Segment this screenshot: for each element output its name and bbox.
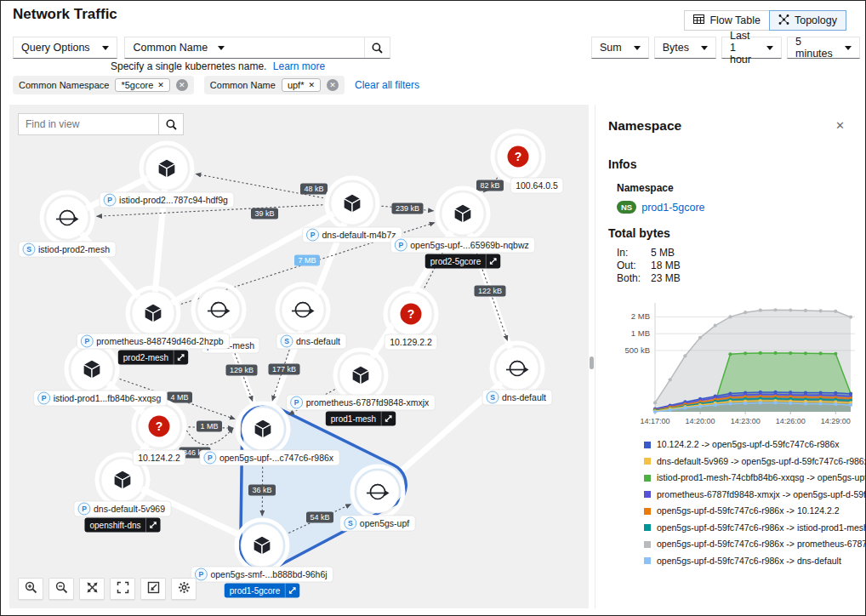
node-label[interactable]: istiod-prod2-meshS (19, 242, 116, 257)
graph-toolbar (18, 578, 197, 600)
x-tick-label: 14:29:00 (821, 417, 851, 425)
legend-color-swatch (644, 557, 651, 564)
node-label[interactable]: open5gs-upf-...65969b-nqbwzP (390, 237, 535, 253)
node-label[interactable]: open5gs-smf-...b888bd-96h6jP (191, 567, 333, 582)
topology-node-100-64-0-5[interactable]: ? (493, 131, 544, 182)
node-label[interactable]: prometheus-848749d46d-2hzpbP (77, 334, 229, 349)
topology-node-prometheus-6787fd9848-xmxjx[interactable] (335, 350, 386, 401)
node-label[interactable]: istiod-prod1...fb84b6-xxqsgP (34, 391, 168, 406)
node-label[interactable]: dns-defaultS (482, 390, 552, 405)
legend-item: open5gs-upf-d-59fc747c6-r986x -> istiod-… (644, 520, 865, 537)
svg-text:dns-default: dns-default (502, 392, 546, 402)
node-label[interactable]: 10.129.2.2 (385, 334, 437, 350)
legend-series-name: open5gs-upf-d-59fc747c6-r986x -> prometh… (657, 536, 865, 553)
namespace-resource-row: NS prod1-5gcore (617, 201, 865, 214)
clear-all-filters-link[interactable]: Clear all filters (355, 79, 419, 91)
remove-filter-group-button[interactable]: ✕ (327, 79, 339, 91)
topology-edge[interactable]: 82 kB (476, 175, 504, 192)
topology-edge[interactable]: 1 MB (185, 421, 233, 432)
settings-button[interactable] (171, 578, 197, 600)
svg-text:P: P (311, 231, 316, 239)
metric-type-dropdown[interactable]: Bytes (654, 37, 716, 59)
namespace-tag[interactable]: prod1-5gcore (225, 584, 299, 598)
filter-search-button[interactable] (364, 37, 390, 58)
filter-chip: upf*✕ (282, 78, 321, 92)
topology-node-dns-default[interactable] (492, 343, 543, 394)
legend-series-name: open5gs-upf-d-59fc747c6-r986x -> dns-def… (657, 553, 841, 570)
learn-more-link[interactable]: Learn more (273, 60, 325, 72)
topology-node-open5gs-upf-c747c6-r986x[interactable] (237, 403, 288, 454)
topology-node-open5gs-upf[interactable] (352, 466, 403, 517)
svg-text:P: P (398, 241, 403, 249)
query-options-label: Query Options (21, 42, 90, 54)
legend-series-name: 10.124.2.2 -> open5gs-upf-d-59fc747c6-r9… (657, 436, 840, 453)
node-label[interactable]: istiod-prod2...787c94-hdf9gP (100, 192, 234, 208)
table-icon (693, 14, 704, 26)
remove-chip-icon[interactable]: ✕ (308, 81, 315, 89)
query-options-dropdown[interactable]: Query Options (13, 37, 117, 59)
legend-item: open5gs-upf-d-59fc747c6-r986x -> 10.124.… (644, 503, 865, 520)
node-label[interactable]: dns-default-5v969P (74, 501, 171, 516)
topology-edge[interactable]: 239 kB (378, 203, 433, 214)
namespace-tag[interactable]: openshift-dns (84, 518, 160, 533)
namespace-tag[interactable]: prod2-5gcore (425, 254, 500, 269)
metric-function-dropdown[interactable]: Sum (591, 37, 649, 59)
node-label[interactable]: prometheus-6787fd9848-xmxjxP (287, 395, 436, 410)
topology-node-open5gs-upf-65969b-nqbwz[interactable] (437, 188, 488, 239)
svg-text:prod1-mesh: prod1-mesh (331, 414, 376, 424)
zoom-out-button[interactable] (48, 578, 74, 600)
node-label[interactable]: 100.64.0.5 (510, 178, 563, 193)
chevron-down-icon (634, 46, 641, 50)
series-8-point (849, 403, 852, 407)
node-label[interactable]: 10.124.2.2 (133, 450, 185, 465)
remove-filter-group-button[interactable]: ✕ (176, 79, 188, 91)
pod-icon (114, 471, 131, 489)
series-8-point (789, 402, 792, 405)
svg-text:100.64.0.5: 100.64.0.5 (516, 180, 558, 191)
topology-node-prod1-mesh[interactable] (193, 284, 244, 335)
series-7-point (669, 378, 672, 381)
time-range-dropdown[interactable]: Last 1 hour (721, 37, 782, 59)
refresh-interval-dropdown[interactable]: 5 minutes (787, 37, 860, 59)
expand-button[interactable] (79, 578, 105, 600)
svg-text:?: ? (156, 419, 163, 433)
find-in-view-input[interactable] (18, 113, 158, 135)
edge-traffic-label: 177 kB (268, 364, 299, 375)
topology-node-istiod-prod1-fb84b6-xxqsg[interactable] (66, 344, 117, 395)
topology-button[interactable]: Topology (769, 10, 846, 31)
fit-to-screen-button[interactable] (110, 578, 135, 600)
filter-value-input[interactable] (233, 37, 364, 58)
topology-node-open5gs-smf-b888bd-96h6j[interactable] (236, 520, 288, 571)
filter-field-dropdown[interactable]: Common Name (125, 37, 234, 58)
topology-node-10-129-2-2[interactable]: ? (385, 288, 436, 339)
node-label[interactable]: open5gs-upfS (340, 516, 415, 531)
pod-icon (352, 366, 369, 385)
zoom-in-button[interactable] (18, 578, 43, 600)
remove-chip-icon[interactable]: ✕ (157, 81, 164, 89)
svg-text:P: P (294, 398, 299, 407)
flow-table-button[interactable]: Flow Table (684, 10, 770, 31)
svg-text:istiod-prod2...787c94-hdf9g: istiod-prod2...787c94-hdf9g (119, 195, 228, 205)
node-label[interactable]: open5gs-upf-...c747c6-r986xP (200, 450, 339, 465)
topology-node-istiod-prod2-mesh[interactable] (42, 192, 93, 243)
unknown-node-icon: ? (149, 416, 170, 437)
topology-node-prometheus-848749d46d-2hzpb[interactable] (128, 288, 179, 339)
svg-text:S: S (348, 519, 353, 528)
topology-node-dns-default-m4b7z[interactable] (327, 178, 378, 229)
topology-node-istiod-prod2-787c94-hdf9g[interactable] (141, 143, 192, 194)
node-label[interactable]: dns-default-m4b7zP (303, 227, 402, 242)
network-traffic-page: Network Traffic Flow Table Topology Quer… (0, 0, 866, 616)
resize-button[interactable] (140, 578, 166, 600)
close-panel-button[interactable]: ✕ (830, 118, 850, 133)
namespace-tag[interactable]: prod2-mesh (118, 351, 188, 365)
series-7-point (789, 308, 792, 311)
topology-node-10-124-2-2[interactable]: ? (134, 401, 185, 452)
namespace-tag[interactable]: prod1-mesh (326, 412, 396, 426)
filter-chip-group: Common Namespace*5gcore✕✕ (13, 76, 194, 94)
topology-node-dns-default[interactable] (277, 284, 328, 335)
node-label[interactable]: dns-defaultS (276, 334, 346, 349)
find-search-button[interactable] (158, 113, 184, 135)
scrollbar-thumb[interactable] (590, 356, 594, 369)
unknown-node-icon: ? (401, 304, 422, 325)
namespace-link[interactable]: prod1-5gcore (641, 202, 704, 214)
